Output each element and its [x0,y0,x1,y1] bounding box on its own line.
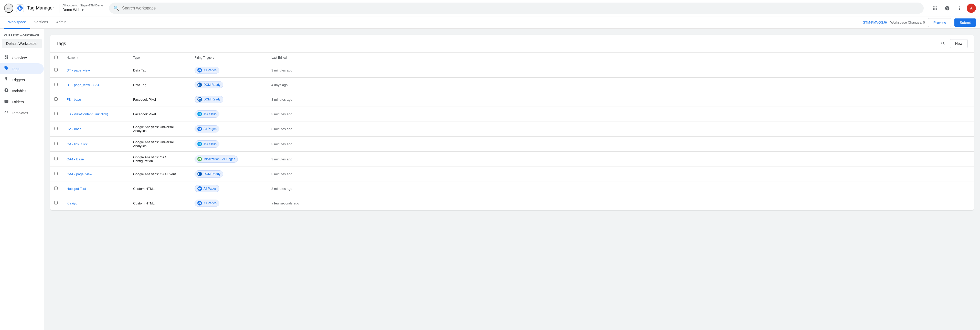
all-pages-icon [197,68,202,72]
trigger-badge[interactable]: All Pages [194,125,220,132]
tag-name-link[interactable]: Hubspot Test [67,187,86,191]
row-checkbox[interactable] [54,142,57,145]
sidebar-item-overview[interactable]: Overview [0,52,44,63]
table-row: GA - link_click Google Analytics: Univer… [50,137,974,151]
row-checkbox[interactable] [54,97,57,101]
trigger-label: All Pages [204,201,216,205]
search-input[interactable] [122,6,920,11]
apps-button[interactable] [930,3,940,13]
last-edited: 3 minutes ago [271,172,292,176]
trigger-label: DOM Ready [204,172,220,176]
table-row: Klaviyo Custom HTML All Pages a few seco… [50,196,974,210]
dom-ready-icon [197,172,202,176]
triggers-column-header: Firing Triggers [191,53,267,63]
trigger-badge[interactable]: All Pages [194,199,220,207]
avatar[interactable]: A [967,3,976,13]
folders-label: Folders [12,100,24,104]
row-checkbox[interactable] [54,157,57,160]
trigger-badge[interactable]: DOM Ready [194,171,223,177]
workspace-dropdown-icon: ▾ [81,7,84,13]
content-area: Tags New [44,29,980,330]
select-all-checkbox[interactable] [54,56,57,59]
table-row: GA - base Google Analytics: Universal An… [50,121,974,137]
link-click-icon [197,142,202,146]
tag-name-link[interactable]: FB - ViewContent (link click) [67,112,108,116]
overview-icon [4,55,9,61]
tag-type: Google Analytics: Universal Analytics [133,140,173,148]
row-checkbox[interactable] [54,112,57,115]
name-sort-icon: ↑ [77,56,79,60]
preview-button[interactable]: Preview [928,18,951,27]
trigger-label: DOM Ready [204,83,220,87]
sidebar-item-variables[interactable]: Variables [0,85,44,96]
trigger-badge[interactable]: DOM Ready [194,81,223,88]
submit-button[interactable]: Submit [955,18,976,27]
new-tag-button[interactable]: New [950,39,968,48]
edited-column-header: Last Edited [267,53,974,63]
last-edited: 3 minutes ago [271,142,292,146]
last-edited: 3 minutes ago [271,187,292,191]
tag-name-link[interactable]: GA4 - page_view [67,172,92,176]
trigger-badge[interactable]: DOM Ready [194,96,223,103]
sidebar-item-triggers[interactable]: Triggers [0,74,44,85]
svg-rect-4 [21,8,22,10]
last-edited: 3 minutes ago [271,157,292,161]
tab-admin[interactable]: Admin [52,16,70,29]
tag-name-link[interactable]: Klaviyo [67,201,77,205]
tag-name-link[interactable]: GA4 - Base [67,157,84,161]
trigger-badge[interactable]: Initialization - All Pages [194,156,238,163]
sidebar-item-templates[interactable]: Templates [0,107,44,118]
name-column-header[interactable]: Name ↑ [67,56,125,60]
tags-panel-title: Tags [56,41,66,46]
trigger-badge[interactable]: All Pages [194,67,220,74]
all-pages-icon [197,127,202,131]
trigger-label: All Pages [204,69,216,72]
gtm-id[interactable]: GTM-PMVQSJH [863,21,887,24]
tag-type: Google Analytics: GA4 Configuration [133,155,166,163]
tab-right-actions: GTM-PMVQSJH Workspace Changes: 0 Preview… [863,18,976,27]
trigger-label: link clicks [204,142,216,146]
tag-type: Google Analytics: GA4 Event [133,172,176,176]
tags-search-button[interactable] [939,39,948,48]
row-checkbox[interactable] [54,172,57,175]
tab-workspace[interactable]: Workspace [4,16,30,29]
tag-name-link[interactable]: GA - link_click [67,142,88,146]
trigger-badge[interactable]: All Pages [194,185,220,192]
tab-versions[interactable]: Versions [30,16,52,29]
help-button[interactable] [942,3,952,13]
tag-name-link[interactable]: DT - page_view [67,69,90,72]
row-checkbox[interactable] [54,201,57,204]
back-button[interactable]: ← [4,3,13,13]
breadcrumb: All accounts › Stape GTM Demo Demo Web ▾ [59,4,103,13]
table-row: FB - base Facebook Pixel DOM Ready 3 min… [50,92,974,107]
tag-name-link[interactable]: FB - base [67,97,81,102]
svg-rect-3 [19,7,20,10]
tag-name-link[interactable]: GA - base [67,127,81,131]
init-icon [197,157,202,161]
tag-type: Custom HTML [133,187,154,191]
tags-table: Name ↑ Type Firing Triggers Last Edited … [50,53,974,210]
workspace-item-label: Default Workspace [6,41,37,46]
workspace-arrow-icon: › [37,41,38,46]
last-edited: 3 minutes ago [271,112,292,116]
breadcrumb-prefix: All accounts › Stape GTM Demo [62,4,103,7]
tab-bar: Workspace Versions Admin GTM-PMVQSJH Wor… [0,16,980,29]
trigger-badge[interactable]: link clicks [194,110,220,118]
sidebar-item-folders[interactable]: Folders [0,96,44,107]
logo-area: Tag Manager [15,3,54,13]
trigger-badge[interactable]: link clicks [194,140,220,148]
search-bar[interactable]: 🔍 [109,3,924,14]
workspace-selector[interactable]: Demo Web ▾ [62,7,103,13]
tags-header-actions: New [939,39,968,48]
workspace-item[interactable]: Default Workspace › [2,39,42,48]
tag-name-link[interactable]: DT - page_view - GA4 [67,83,99,87]
more-options-button[interactable] [955,3,965,13]
tags-panel: Tags New [50,35,974,210]
search-icon: 🔍 [113,5,119,11]
sidebar-item-tags[interactable]: Tags [0,63,44,74]
trigger-label: All Pages [204,187,216,190]
row-checkbox[interactable] [54,187,57,190]
row-checkbox[interactable] [54,68,57,72]
row-checkbox[interactable] [54,83,57,86]
row-checkbox[interactable] [54,127,57,130]
